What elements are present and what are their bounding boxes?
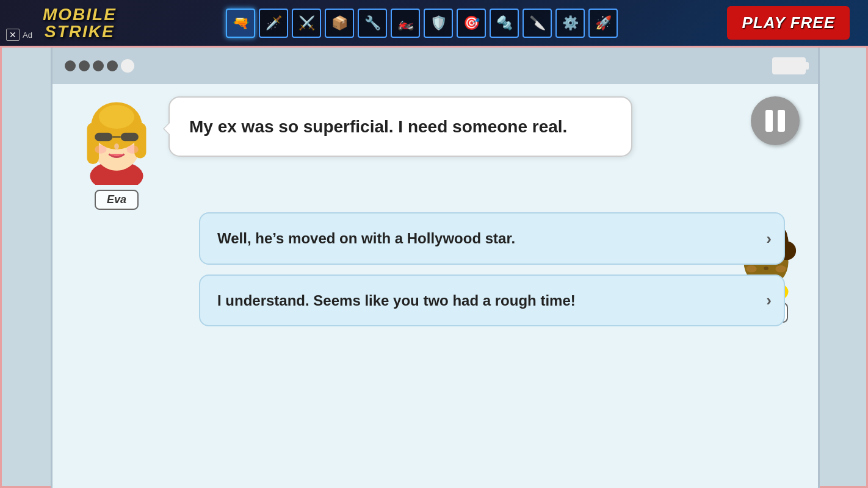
signal-indicator bbox=[65, 59, 134, 73]
ad-banner: ✕ Ad MOBILE STRIKE 🔫 🗡️ ⚔️ 📦 🔧 🏍️ 🛡️ 🎯 🔩… bbox=[0, 0, 868, 46]
pause-icon bbox=[765, 110, 785, 132]
svg-rect-6 bbox=[95, 133, 112, 142]
signal-dot-5 bbox=[121, 59, 134, 73]
battery-fill bbox=[774, 59, 786, 73]
pause-bar-right bbox=[778, 110, 785, 132]
game-content-area: Eva My ex was so superficial. I need som… bbox=[52, 84, 818, 488]
choices-area: Well, he’s moved on with a Hollywood sta… bbox=[199, 212, 785, 326]
ad-weapon-icon-10: ⚙️ bbox=[555, 9, 585, 38]
choice-2-text: I understand. Seems like you two had a r… bbox=[217, 292, 576, 309]
signal-dot-4 bbox=[107, 60, 118, 71]
ad-weapon-icon-4: 🔧 bbox=[358, 9, 387, 38]
choice-1-arrow: › bbox=[766, 228, 772, 249]
pause-bar-left bbox=[765, 110, 773, 132]
battery-indicator bbox=[772, 57, 806, 74]
eva-name-label: Eva bbox=[95, 190, 139, 210]
ad-icons-row: 🔫 🗡️ ⚔️ 📦 🔧 🏍️ 🛡️ 🎯 🔩 🔪 ⚙️ 🚀 bbox=[117, 9, 728, 38]
ad-play-button[interactable]: PLAY FREE bbox=[727, 6, 850, 40]
eva-speech-bubble: My ex was so superficial. I need someone… bbox=[168, 96, 632, 157]
svg-rect-7 bbox=[121, 133, 139, 142]
choice-button-2[interactable]: I understand. Seems like you two had a r… bbox=[199, 274, 785, 327]
svg-rect-4 bbox=[87, 123, 99, 164]
svg-point-9 bbox=[114, 143, 119, 149]
signal-dot-1 bbox=[65, 60, 76, 71]
ad-weapon-icon-8: 🔩 bbox=[490, 9, 519, 38]
ad-weapon-icon-0: 🔫 bbox=[226, 9, 255, 38]
ad-game-name-line1: MOBILE bbox=[43, 6, 117, 23]
choice-1-text: Well, he’s moved on with a Hollywood sta… bbox=[217, 230, 515, 246]
svg-point-10 bbox=[95, 145, 106, 154]
eva-avatar bbox=[77, 90, 156, 185]
ad-weapon-icon-9: 🔪 bbox=[523, 9, 552, 38]
choice-2-arrow: › bbox=[766, 289, 772, 311]
ad-weapon-icon-1: 🗡️ bbox=[259, 9, 288, 38]
character-eva: Eva bbox=[77, 90, 156, 210]
ad-weapon-icon-2: ⚔️ bbox=[292, 9, 321, 38]
ad-label: Ad bbox=[23, 30, 32, 40]
eva-speech-text: My ex was so superficial. I need someone… bbox=[189, 115, 612, 138]
svg-point-12 bbox=[99, 105, 134, 129]
phone-frame: Eva My ex was so superficial. I need som… bbox=[51, 48, 820, 488]
svg-point-11 bbox=[126, 145, 138, 154]
ad-weapon-icon-6: 🛡️ bbox=[424, 9, 453, 38]
status-bar bbox=[52, 48, 818, 84]
ad-game-logo: MOBILE STRIKE bbox=[43, 6, 117, 40]
ad-game-name-line2: STRIKE bbox=[45, 23, 115, 40]
ad-weapon-icon-5: 🏍️ bbox=[391, 9, 420, 38]
signal-dot-3 bbox=[93, 60, 104, 71]
ad-weapon-icon-11: 🚀 bbox=[588, 9, 618, 38]
ad-weapon-icon-7: 🎯 bbox=[457, 9, 486, 38]
ad-weapon-icon-3: 📦 bbox=[325, 9, 354, 38]
signal-dot-2 bbox=[79, 60, 90, 71]
game-container: Eva My ex was so superficial. I need som… bbox=[0, 46, 868, 488]
ad-close-button[interactable]: ✕ bbox=[6, 29, 20, 41]
choice-button-1[interactable]: Well, he’s moved on with a Hollywood sta… bbox=[199, 212, 785, 265]
pause-button[interactable] bbox=[751, 96, 800, 145]
